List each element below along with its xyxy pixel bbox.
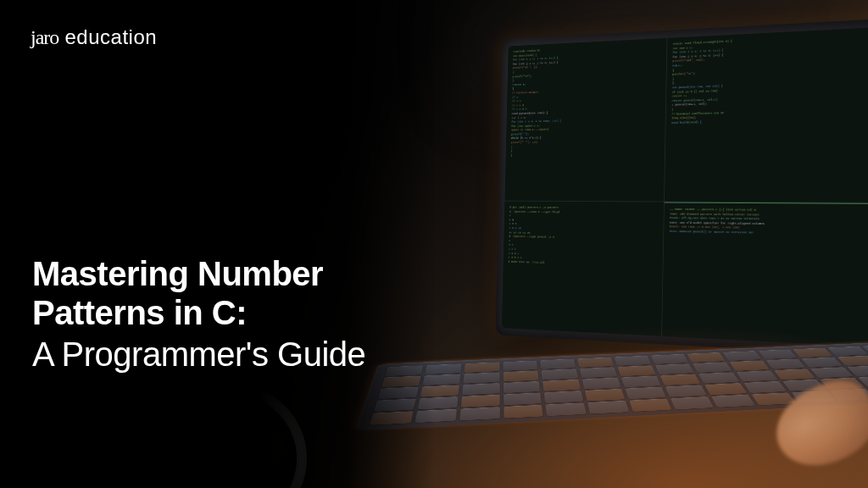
hero-scene: #include <stdio.h>int main(void) { for (… xyxy=(0,0,868,488)
title-line-2: Patterns in C: xyxy=(32,293,365,332)
logo-brand-mark: jaro xyxy=(31,26,58,48)
terminal-pane-top-right: static void floyd_triangle(int n) { int … xyxy=(665,27,868,202)
terminal-pane-top-left: #include <stdio.h>int main(void) { for (… xyxy=(504,38,666,202)
logo-suffix: education xyxy=(64,25,157,48)
brand-logo: jaro education xyxy=(31,25,157,49)
code-line: } xyxy=(510,152,659,158)
hero-heading: Mastering Number Patterns in C: A Progra… xyxy=(32,254,365,374)
subtitle: A Programmer's Guide xyxy=(32,334,365,374)
title-line-1: Mastering Number xyxy=(32,254,365,293)
dark-gradient-overlay xyxy=(0,0,434,488)
